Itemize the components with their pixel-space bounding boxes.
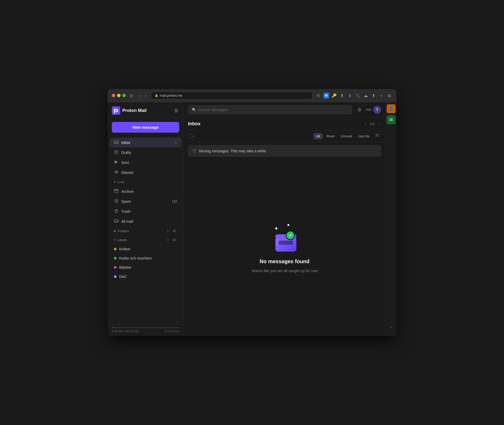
share-icon[interactable]: ⬆: [371, 93, 376, 99]
url-bar[interactable]: 🔒 mail.proton.me: [151, 92, 312, 99]
storage-used: 6.99 GB / 500.00 GB: [112, 330, 139, 333]
folders-toggle[interactable]: ▶ Folders: [114, 229, 129, 233]
browser-chrome: ⊡ ‹ › 🔒 mail.proton.me ↻ M 🔑 ⬇ ℹ 🐾 ☁ ⬆ +…: [108, 89, 396, 102]
select-all-checkbox[interactable]: [188, 134, 192, 138]
maximize-button[interactable]: [122, 94, 126, 97]
kvitton-label: Kvitton: [119, 247, 177, 251]
add-folder-button[interactable]: +: [166, 228, 170, 234]
filter-unread-button[interactable]: Unread: [338, 133, 355, 139]
new-tab-icon[interactable]: +: [379, 93, 384, 99]
expand-panel-icon[interactable]: ›: [387, 322, 396, 331]
empty-state: ✦: [184, 160, 385, 336]
sort-button[interactable]: [373, 132, 381, 140]
sidebar-toggle-button[interactable]: ⊡: [129, 92, 134, 99]
tabs-icon[interactable]: ⧉: [386, 93, 392, 99]
apps-grid-icon[interactable]: ⊞: [173, 107, 179, 115]
svg-rect-0: [112, 106, 120, 115]
storage-fill: [112, 327, 113, 328]
info-icon[interactable]: ℹ: [347, 93, 353, 99]
moving-banner: ⏱ Moving messages. This may take a while…: [188, 145, 381, 157]
minimize-button[interactable]: [117, 94, 120, 97]
checkmark-circle: ✓: [286, 231, 295, 240]
filter-hasfile-button[interactable]: Has file: [356, 133, 372, 139]
inbox-icon: [114, 140, 119, 145]
sidebar-item-drafts-label: Drafts: [121, 151, 177, 155]
password-manager-icon[interactable]: 🔑: [331, 93, 337, 99]
header-right: ⚙ TDH T: [355, 106, 381, 114]
sidebar-item-biljetter[interactable]: Biljetter: [110, 263, 181, 272]
storage-text: 6.99 GB / 500.00 GB 5.0.31.13 β: [112, 330, 179, 333]
select-dropdown-arrow[interactable]: ▾: [193, 135, 195, 138]
download-icon[interactable]: ⬇: [339, 93, 345, 99]
inbox-container: Inbox ‹ 1/1 › ▾ All Read: [184, 118, 385, 336]
prev-page-button[interactable]: ‹: [363, 121, 368, 127]
all-mail-icon: [114, 219, 119, 224]
filter-buttons: All Read Unread Has file: [313, 132, 381, 140]
sidebar-item-trash-label: Trash: [121, 209, 177, 214]
add-label-button[interactable]: +: [166, 237, 170, 242]
search-input[interactable]: [198, 108, 348, 112]
contacts-icon[interactable]: 👤: [387, 104, 396, 113]
calendar-icon[interactable]: 15: [387, 115, 396, 124]
user-avatar[interactable]: T: [373, 106, 381, 114]
filter-all-button[interactable]: All: [313, 133, 322, 139]
sidebar-header: Proton Mail ⊞: [108, 102, 183, 118]
sidebar-item-koder[interactable]: Koder och vouchers: [110, 254, 181, 263]
less-chevron-icon: ▾: [114, 180, 116, 184]
folders-settings-button[interactable]: ⚙: [172, 228, 177, 234]
close-button[interactable]: [112, 94, 115, 97]
browser-toolbar-icons: ↻ M 🔑 ⬇ ℹ 🐾 ☁ ⬆ + ⧉: [316, 93, 392, 99]
labels-settings-button[interactable]: ⚙: [172, 237, 177, 242]
svg-rect-3: [114, 190, 118, 193]
sidebar-item-inbox[interactable]: Inbox ↻: [110, 138, 181, 147]
google-m-icon[interactable]: M: [323, 93, 329, 99]
select-all-area: ▾: [188, 134, 195, 138]
starred-icon: [114, 170, 119, 175]
sidebar-item-sent-label: Sent: [121, 160, 177, 165]
dc-dot: [114, 275, 117, 278]
settings-button[interactable]: ⚙: [355, 106, 364, 114]
sidebar-item-sent[interactable]: Sent: [110, 158, 181, 167]
inbox-nav: ‹ 1/1 ›: [363, 121, 381, 127]
biljetter-dot: [114, 266, 117, 269]
sidebar-item-spam[interactable]: Spam 132: [110, 196, 181, 206]
sort-icon: [375, 133, 380, 138]
empty-illustration: ✦: [269, 223, 300, 252]
labels-actions: + ⚙: [166, 237, 177, 242]
next-page-button[interactable]: ›: [377, 121, 381, 127]
svg-rect-2: [115, 151, 118, 154]
sidebar-item-kvitton[interactable]: Kvitton: [110, 245, 181, 253]
storage-version: 5.0.31.13 β: [165, 330, 179, 333]
folders-actions: + ⚙: [166, 228, 177, 234]
sidebar-item-starred[interactable]: Starred: [110, 168, 181, 177]
logo-area: Proton Mail: [112, 106, 147, 115]
sidebar-item-all-mail-label: All mail: [121, 219, 177, 224]
labels-chevron-icon: ▾: [114, 238, 116, 242]
filter-read-button[interactable]: Read: [324, 133, 337, 139]
sidebar-item-trash[interactable]: Trash: [110, 206, 181, 216]
back-button[interactable]: ‹: [137, 93, 142, 99]
folders-chevron-icon: ▶: [114, 229, 116, 233]
forward-button[interactable]: ›: [143, 93, 148, 99]
inbox-refresh-icon[interactable]: ↻: [174, 141, 177, 144]
less-toggle[interactable]: ▾ Less: [110, 178, 181, 186]
cloud-icon[interactable]: ☁: [363, 93, 369, 99]
labels-label: Labels: [117, 238, 127, 242]
archive-icon: [114, 189, 119, 194]
sidebar-item-drafts[interactable]: Drafts: [110, 148, 181, 157]
sidebar-item-all-mail[interactable]: All mail: [110, 216, 181, 226]
sidebar-item-dc[interactable]: D&C: [110, 272, 181, 281]
inbox-toolbar: ▾ All Read Unread Has file: [184, 130, 385, 142]
sidebar-item-archive[interactable]: Archive: [110, 186, 181, 196]
labels-toggle[interactable]: ▾ Labels: [114, 238, 127, 242]
sidebar-nav: Inbox ↻ Drafts Sent: [108, 136, 183, 324]
empty-subtitle: Seems like you are all caught up for now: [251, 269, 318, 273]
koder-dot: [114, 257, 117, 260]
reload-icon[interactable]: ↻: [316, 93, 321, 99]
empty-title: No messages found: [260, 258, 309, 265]
search-box[interactable]: 🔍: [188, 105, 352, 114]
paw-icon[interactable]: 🐾: [355, 93, 361, 99]
drafts-icon: [114, 150, 119, 155]
new-message-button[interactable]: New message: [112, 122, 179, 133]
user-area: TDH: [366, 108, 371, 111]
